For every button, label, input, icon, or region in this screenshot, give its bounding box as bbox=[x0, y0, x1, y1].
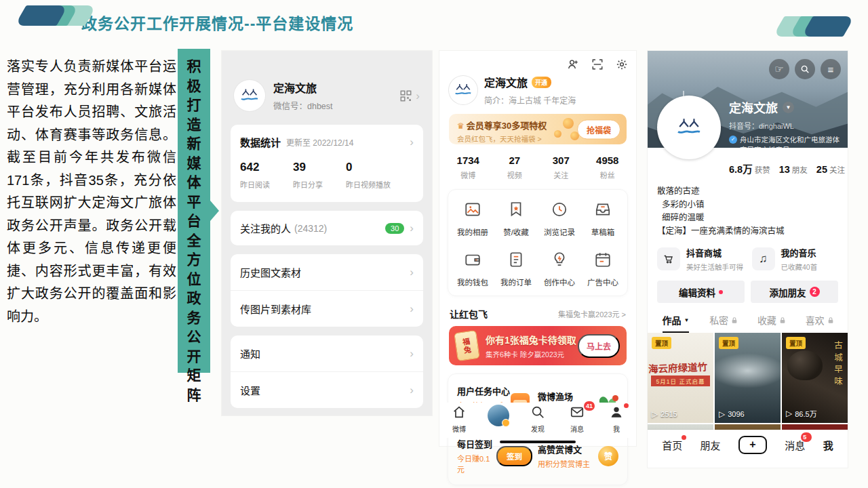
tab-likes[interactable]: 喜欢 bbox=[795, 313, 844, 333]
nav-label: 首页 bbox=[662, 440, 682, 451]
stat-value: 1734 bbox=[445, 155, 492, 166]
creator-bulb-icon bbox=[551, 251, 568, 268]
video-thumbnail-3[interactable]: 置顶 古城早味 ▷86.5万 bbox=[782, 333, 848, 423]
notification-dot bbox=[719, 290, 723, 294]
chevron-right-icon[interactable]: › bbox=[410, 266, 414, 278]
lock-icon bbox=[779, 317, 786, 324]
music-note-icon: ♫ bbox=[752, 247, 775, 270]
nav-me[interactable]: 我 bbox=[601, 405, 631, 434]
content-tabs: 作品▼ 私密 收藏 喜欢 bbox=[648, 303, 848, 333]
stat-following[interactable]: 307关注 bbox=[538, 155, 585, 180]
nav-me[interactable]: 我 bbox=[823, 438, 833, 452]
home-icon bbox=[452, 405, 467, 420]
edit-profile-button[interactable]: 编辑资料 bbox=[657, 281, 745, 303]
menu-label: 设置 bbox=[240, 383, 260, 397]
tab-works[interactable]: 作品▼ bbox=[652, 313, 700, 333]
shortcut-browse-history[interactable]: 浏览记录 bbox=[538, 201, 581, 237]
add-friends-badge: 2 bbox=[810, 287, 820, 297]
stat-likes[interactable]: 6.8万获赞 bbox=[729, 161, 770, 176]
bio-line: 细碎的温暖 bbox=[657, 211, 838, 225]
nav-weibo-home[interactable]: 微博 bbox=[444, 405, 474, 434]
nav-profile-avatar[interactable] bbox=[484, 405, 513, 426]
create-post-button[interactable]: + bbox=[738, 436, 767, 454]
add-friends-button[interactable]: 添加朋友 2 bbox=[751, 281, 838, 303]
notification-dot bbox=[682, 435, 686, 440]
weibo-account-avatar[interactable] bbox=[449, 76, 477, 104]
chevron-right-icon[interactable]: › bbox=[416, 90, 420, 102]
tab-favorites[interactable]: 收藏 bbox=[748, 313, 796, 333]
menu-label: 通知 bbox=[240, 346, 260, 361]
stat-posts[interactable]: 1734微博 bbox=[445, 155, 492, 180]
wechat-account-avatar[interactable] bbox=[234, 80, 265, 111]
hand-pointer-icon[interactable]: ☞ bbox=[769, 59, 789, 79]
followers-row[interactable]: 关注我的人 (24312) 30 › bbox=[231, 211, 423, 245]
tab-label: 作品 bbox=[662, 313, 681, 327]
task-title: 微博渔场 bbox=[538, 390, 590, 403]
video-thumbnail-2[interactable]: 置顶 ▷3096 bbox=[715, 333, 781, 423]
wechat-stats-header[interactable]: 数据统计 更新至 2022/12/14 › bbox=[231, 125, 423, 159]
chevron-down-icon[interactable]: ▼ bbox=[783, 102, 794, 113]
membership-badge[interactable]: 开通 bbox=[532, 77, 551, 88]
scan-icon[interactable] bbox=[591, 58, 604, 70]
qr-code-icon[interactable] bbox=[400, 90, 412, 102]
nav-messages[interactable]: 消息 5 bbox=[785, 438, 805, 452]
shortcut-ads-center[interactable]: 广告中心 bbox=[581, 251, 625, 287]
shortcut-creator-center[interactable]: 创作中心 bbox=[538, 251, 581, 287]
menu-item-history-articles[interactable]: 历史图文素材 › bbox=[231, 254, 423, 290]
stat-videos[interactable]: 27视频 bbox=[492, 155, 538, 180]
menu-item-settings[interactable]: 设置 › bbox=[231, 371, 423, 408]
stat-value: 642 bbox=[240, 161, 270, 174]
search-icon[interactable] bbox=[795, 59, 815, 79]
chevron-right-icon[interactable]: › bbox=[410, 303, 414, 314]
signin-button[interactable]: 签到 bbox=[496, 446, 532, 466]
lucky-rabbit-banner[interactable]: 福兔 你有1张福兔卡待领取 集齐6种卡 除夕赢2023元 马上去 bbox=[449, 326, 627, 365]
shortcut-drafts[interactable]: 草稿箱 bbox=[581, 201, 625, 237]
nav-home[interactable]: 首页 bbox=[662, 438, 682, 452]
weibo-account-intro: 简介：海上古城 千年定海 bbox=[484, 94, 576, 106]
shortcut-my-orders[interactable]: 我的订单 bbox=[494, 251, 538, 287]
stat-label: 昨日阅读 bbox=[240, 179, 270, 190]
hongbao-section-title: 让红包飞 bbox=[450, 307, 488, 321]
menu-item-notifications[interactable]: 通知 › bbox=[231, 336, 423, 371]
stat-following[interactable]: 25关注 bbox=[816, 163, 845, 176]
album-icon bbox=[464, 201, 481, 218]
nav-discover[interactable]: 发现 bbox=[523, 405, 553, 434]
chevron-right-icon[interactable]: › bbox=[410, 384, 414, 396]
body-text: 落实专人负责新媒体平台运营管理，充分利用各新媒体平台发布人员招聘、文旅活动、体育… bbox=[7, 56, 176, 328]
menu-icon[interactable]: ≡ bbox=[821, 59, 841, 79]
ads-calendar-icon bbox=[594, 251, 612, 268]
shortcut-douyin-mall[interactable]: 抖音商城美好生活触手可得 bbox=[657, 246, 744, 272]
member-privilege-banner[interactable]: ♛会员尊享30多项特权 会员红包飞，天天抢福袋 > 抢福袋 bbox=[449, 114, 627, 144]
shortcut-label: 草稿箱 bbox=[581, 226, 625, 237]
task-title: 高赞赏博文 bbox=[538, 443, 590, 455]
menu-item-upload-images[interactable]: 传图片到素材库 › bbox=[231, 290, 423, 327]
video-caption: 古城早味 bbox=[831, 341, 844, 388]
go-now-button[interactable]: 马上去 bbox=[578, 334, 620, 358]
chevron-right-icon[interactable]: › bbox=[410, 348, 414, 359]
wechat-screenshot: 定海文旅 微信号：dhbest › 数据统计 更新至 2022/12/14 › … bbox=[222, 51, 432, 415]
settings-gear-icon[interactable] bbox=[616, 58, 628, 70]
stat-value: 27 bbox=[492, 155, 538, 166]
chevron-right-icon[interactable]: › bbox=[410, 136, 414, 148]
nav-friends[interactable]: 朋友 bbox=[701, 438, 721, 452]
grab-lucky-bag-button[interactable]: 抢福袋 bbox=[577, 119, 620, 139]
add-friend-icon[interactable] bbox=[567, 58, 579, 70]
notification-dot bbox=[624, 403, 629, 408]
stat-fans[interactable]: 4958粉丝 bbox=[585, 155, 631, 180]
stat-friends[interactable]: 13朋友 bbox=[779, 163, 808, 176]
chevron-right-icon[interactable]: › bbox=[410, 222, 414, 234]
shortcut-my-album[interactable]: 我的相册 bbox=[451, 201, 494, 237]
shortcut-my-music[interactable]: ♫ 我的音乐已收藏40首 bbox=[752, 246, 839, 272]
wechat-menu-card-1: 历史图文素材 › 传图片到素材库 › bbox=[231, 254, 423, 327]
tab-private[interactable]: 私密 bbox=[700, 313, 748, 333]
video-thumbnail-1[interactable]: 置顶 海云府绿道竹 5月1日 正式启幕 ▷2515 bbox=[648, 333, 713, 423]
douyin-account-avatar[interactable] bbox=[657, 96, 721, 159]
play-icon: ▷ bbox=[719, 409, 725, 419]
stat-label: 关注 bbox=[538, 169, 585, 180]
shortcut-my-wallet[interactable]: 我的钱包 bbox=[451, 251, 494, 287]
menu-label: 传图片到素材库 bbox=[240, 302, 311, 316]
hongbao-section-link[interactable]: 集福兔卡赢2023元 > bbox=[558, 308, 626, 319]
nav-messages[interactable]: 41 消息 bbox=[562, 405, 592, 434]
mist-decoration bbox=[715, 353, 781, 388]
shortcut-likes-favorites[interactable]: 赞/收藏 bbox=[494, 201, 538, 237]
